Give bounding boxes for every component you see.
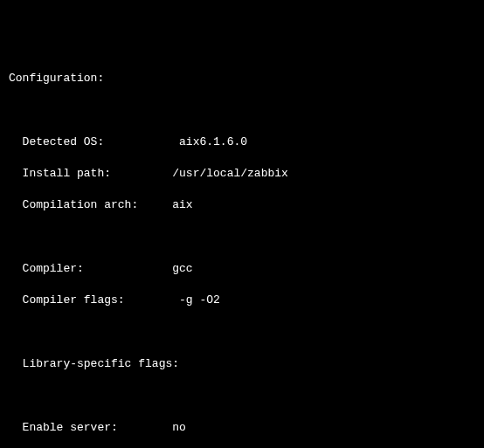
row-compilation-arch: Compilation arch: aix [9,197,475,213]
blank [9,230,475,245]
label: Compilation arch: [9,198,138,211]
value: aix [172,198,192,211]
label: Compiler flags: [9,293,125,307]
library-specific-flags: Library-specific flags: [9,356,475,372]
value: no [172,421,186,434]
config-header: Configuration: [9,71,475,86]
row-enable-server: Enable server: no [9,420,475,436]
blank [9,325,475,341]
label: Detected OS: [9,135,104,148]
blank [9,102,475,118]
row-compiler-flags: Compiler flags: -g -O2 [9,293,475,308]
value: /usr/local/zabbix [172,167,288,180]
row-install-path: Install path: /usr/local/zabbix [9,166,475,182]
label: Install path: [9,167,111,180]
value: gcc [172,262,192,275]
value: -g -O2 [172,293,220,307]
label: Compiler: [9,262,84,275]
blank [9,389,475,404]
value: aix6.1.6.0 [179,135,247,148]
row-compiler: Compiler: gcc [9,261,475,277]
label: Enable server: [9,421,118,434]
row-detected-os: Detected OS: aix6.1.6.0 [9,134,475,150]
